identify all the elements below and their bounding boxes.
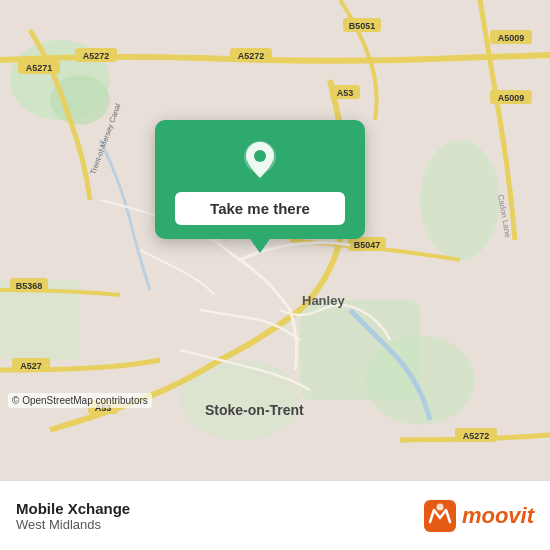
svg-text:A5272: A5272 [463, 431, 490, 441]
moovit-text: moovit [462, 503, 534, 529]
map-container: A5272 A5272 A5271 A5009 A5009 B5051 A53 … [0, 0, 550, 480]
svg-text:A5009: A5009 [498, 33, 525, 43]
take-me-there-button[interactable]: Take me there [175, 192, 345, 225]
svg-text:Stoke-on-Trent: Stoke-on-Trent [205, 402, 304, 418]
svg-point-39 [436, 503, 443, 510]
osm-credit: © OpenStreetMap contributors [8, 393, 152, 408]
svg-text:A5009: A5009 [498, 93, 525, 103]
map-background: A5272 A5272 A5271 A5009 A5009 B5051 A53 … [0, 0, 550, 480]
location-name: Mobile Xchange [16, 500, 130, 517]
location-region: West Midlands [16, 517, 130, 532]
svg-text:A5271: A5271 [26, 63, 53, 73]
svg-text:A5272: A5272 [83, 51, 110, 61]
location-info: Mobile Xchange West Midlands [16, 500, 130, 532]
svg-point-5 [365, 335, 475, 425]
popup-card: Take me there [155, 120, 365, 239]
svg-text:Hanley: Hanley [302, 293, 345, 308]
svg-text:A5272: A5272 [238, 51, 265, 61]
location-pin-icon [238, 138, 282, 182]
moovit-logo-icon [424, 500, 456, 532]
svg-point-4 [420, 140, 500, 260]
moovit-logo: moovit [424, 500, 534, 532]
svg-text:A53: A53 [337, 88, 354, 98]
svg-text:B5051: B5051 [349, 21, 376, 31]
svg-point-37 [254, 150, 266, 162]
svg-text:B5047: B5047 [354, 240, 381, 250]
svg-text:B5368: B5368 [16, 281, 43, 291]
svg-text:A527: A527 [20, 361, 42, 371]
bottom-bar: Mobile Xchange West Midlands moovit [0, 480, 550, 550]
